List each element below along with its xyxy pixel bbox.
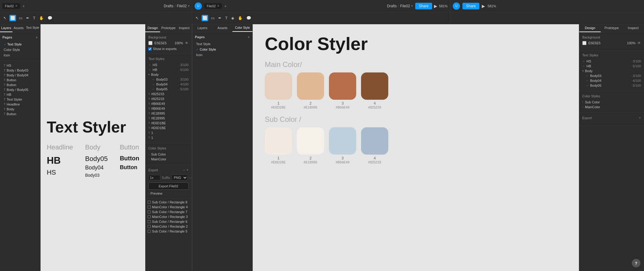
- tool-comment-c[interactable]: 💬: [245, 15, 252, 21]
- list-main-color-rect3[interactable]: MainColor / Rectangle 3: [145, 214, 192, 219]
- export-format-select[interactable]: PNG JPG SVG: [171, 175, 188, 181]
- breadcrumb-chevron-right[interactable]: ▾: [411, 4, 413, 8]
- tool-frame-c[interactable]: ⬜: [202, 15, 208, 21]
- header-actions-right: Share ▶ 581%: [415, 3, 448, 9]
- layer-body05[interactable]: T Body / Body05: [2, 87, 38, 92]
- body05-style: ↔ Body05 · 5/100: [148, 87, 189, 92]
- bg-swatch-right[interactable]: [582, 41, 586, 45]
- close-tab-right[interactable]: ✕: [217, 4, 219, 8]
- layer-headline[interactable]: T Headline: [2, 102, 38, 107]
- tab-color-style-right[interactable]: Color Style: [232, 24, 252, 32]
- export-more-btn[interactable]: ···: [189, 176, 192, 180]
- layer-text-styler[interactable]: T Text Styler: [2, 97, 38, 102]
- tool-text-c[interactable]: T: [224, 15, 228, 21]
- export-add-right[interactable]: +: [639, 116, 641, 120]
- tab-assets-left[interactable]: Assets: [12, 24, 25, 32]
- play-button-right[interactable]: ▶: [434, 4, 437, 8]
- export-minus[interactable]: −: [183, 168, 185, 172]
- share-button-far-right[interactable]: Share: [462, 3, 479, 9]
- bg-swatch-left[interactable]: [148, 41, 153, 45]
- tab-file02-left[interactable]: File02 ✕: [2, 3, 20, 9]
- tab-layers-right[interactable]: Layers: [192, 24, 212, 32]
- tool-cursor-c[interactable]: ↖: [195, 15, 200, 21]
- layer-hb[interactable]: T HB: [2, 92, 38, 97]
- body-group-header-right[interactable]: ▾ Body: [582, 69, 641, 73]
- add-tab-right[interactable]: +: [224, 4, 227, 8]
- design-tab-prototype-right[interactable]: Prototype: [601, 24, 622, 32]
- body-group-header[interactable]: ▾ Body: [148, 72, 189, 77]
- page-text-style[interactable]: ✓ Text Style: [2, 42, 38, 47]
- visibility-btn-left[interactable]: 👁: [185, 41, 189, 45]
- design-tab-prototype[interactable]: Prototype: [160, 24, 177, 32]
- tool-text[interactable]: T: [32, 15, 36, 21]
- preview-toggle[interactable]: › Preview: [148, 192, 189, 195]
- page-color-style-left[interactable]: Color Style: [2, 47, 38, 52]
- show-exports-checkbox[interactable]: [148, 47, 152, 51]
- export-file-btn[interactable]: Export File02: [148, 182, 189, 190]
- help-button-right[interactable]: ?: [632, 259, 640, 267]
- list-sub-color-rect6[interactable]: Sub Color / Rectangle 6: [145, 219, 192, 224]
- tab-text-style-left[interactable]: Text Style: [25, 24, 40, 32]
- layer-body04[interactable]: T Body / Body04: [2, 73, 38, 78]
- design-panel-content-left: Background E5E5E5 100% 👁 Show in exports: [145, 32, 192, 266]
- design-tab-inspect-right[interactable]: Inspect: [623, 24, 644, 32]
- swatch-num-sub-2: 2: [309, 156, 311, 160]
- tool-cursor[interactable]: ↖: [2, 15, 8, 21]
- add-page-right[interactable]: +: [248, 35, 250, 39]
- tool-comment[interactable]: 💬: [47, 15, 53, 21]
- layer-button2[interactable]: T Button: [2, 82, 38, 87]
- list-main-color-rect4[interactable]: MainColor / Rectangle 4: [145, 205, 192, 209]
- tool-rect-c[interactable]: ▭: [210, 15, 215, 21]
- tab-file02-right[interactable]: File02 ✕: [204, 3, 222, 9]
- list-sub-color-rect8[interactable]: Sub Color / Rectangle 8: [145, 200, 192, 205]
- breadcrumb-file-right[interactable]: File02: [400, 4, 410, 8]
- tool-frame[interactable]: ⬜: [9, 15, 16, 21]
- layer-body[interactable]: T Body: [2, 107, 38, 112]
- breadcrumb-file-left[interactable]: File02: [177, 4, 187, 8]
- tool-hand-c[interactable]: ✋: [237, 15, 244, 21]
- tab-assets-right[interactable]: Assets: [212, 24, 232, 32]
- t-icon-2: T: [148, 97, 150, 100]
- close-tab-left[interactable]: ✕: [15, 4, 18, 8]
- list-sub-color-rect5[interactable]: Sub Color / Rectangle 5: [145, 229, 192, 234]
- tool-pen-c[interactable]: ✒: [217, 15, 222, 21]
- design-tab-inspect[interactable]: Inspect: [177, 24, 192, 32]
- play-button-far-right[interactable]: ▶: [482, 4, 485, 8]
- swatch-hex-sub-1: #E6D1BE: [271, 160, 286, 164]
- tool-pen[interactable]: ✒: [25, 15, 30, 21]
- layers-panel-right: Layers Assets Color Style Pages + Text S…: [192, 24, 253, 271]
- export-plus[interactable]: +: [186, 168, 189, 172]
- layer-label-body: Body: [7, 107, 14, 111]
- add-tab-left[interactable]: +: [22, 4, 25, 8]
- style-value-body04-right: · 4/100: [631, 79, 641, 82]
- tab-layers-left[interactable]: Layers: [0, 24, 12, 32]
- layers-section-left: T HS T Body / Body03 T Body / Body04 T: [0, 60, 40, 119]
- page-icon-right[interactable]: Icon: [195, 52, 250, 58]
- breadcrumb-chevron-left[interactable]: ▾: [188, 4, 189, 8]
- tool-rect[interactable]: ▭: [18, 15, 23, 21]
- col-header-body: Body: [85, 143, 108, 151]
- main-color-label-left: MainColor: [151, 157, 166, 161]
- export-scale-input[interactable]: [148, 175, 160, 180]
- sub-swatch-4: 4 #825233: [361, 127, 388, 164]
- list-main-color-rect2[interactable]: MainColor / Rectangle 2: [145, 224, 192, 229]
- hex-label-825233-1: #825233: [151, 92, 164, 96]
- window-left: Layers Assets Text Style Pages + ✓ Text …: [0, 24, 192, 271]
- layer-button1[interactable]: T Button: [2, 78, 38, 82]
- design-tab-design[interactable]: Design: [145, 24, 160, 32]
- page-icon-left[interactable]: Icon: [2, 52, 38, 58]
- tool-hand[interactable]: ✋: [38, 15, 45, 21]
- layer-hs[interactable]: T HS: [2, 63, 38, 68]
- tool-component-c[interactable]: ◈: [230, 15, 235, 21]
- layer-button3[interactable]: T Button: [2, 112, 38, 116]
- design-tab-design-right[interactable]: Design: [579, 24, 601, 32]
- add-page-left[interactable]: +: [35, 35, 38, 40]
- page-text-style-right[interactable]: Text Style: [195, 41, 250, 47]
- rect-icon-7: [148, 230, 151, 233]
- share-button-right[interactable]: Share: [415, 3, 432, 9]
- page-color-style-right[interactable]: ✓ Color Style: [195, 47, 250, 52]
- layer-body03[interactable]: T Body / Body03: [2, 68, 38, 73]
- visibility-btn-right[interactable]: 👁: [637, 41, 641, 45]
- hex-b66e49-2: T #B66E49: [148, 106, 189, 111]
- list-sub-color-rect7[interactable]: Sub Color / Rectangle 7: [145, 209, 192, 214]
